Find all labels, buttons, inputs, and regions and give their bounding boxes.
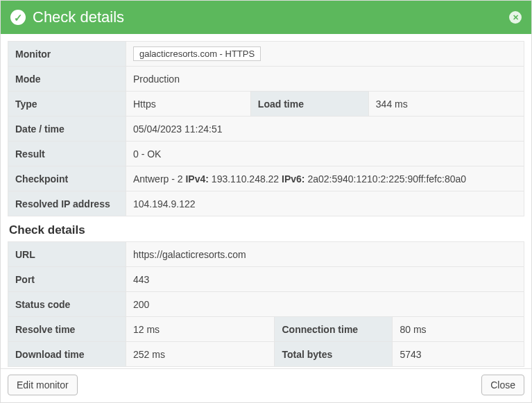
summary-table: Monitor galacticresorts.com - HTTPS Mode… bbox=[8, 41, 524, 216]
label-type: Type bbox=[8, 92, 126, 117]
value-result: 0 - OK bbox=[126, 142, 524, 166]
edit-monitor-button[interactable]: Edit monitor bbox=[8, 375, 78, 395]
label-port: Port bbox=[8, 267, 126, 292]
row-result: Result 0 - OK bbox=[8, 142, 524, 166]
row-url: URL https://galacticresorts.com bbox=[8, 242, 524, 267]
label-datetime: Date / time bbox=[8, 117, 126, 142]
value-loadtime: 344 ms bbox=[368, 92, 524, 117]
modal-footer: Edit monitor Close bbox=[1, 368, 531, 402]
row-type-loadtime: Type Https Load time 344 ms bbox=[8, 92, 524, 117]
ipv6-label: IPv6: bbox=[282, 173, 304, 185]
value-datetime: 05/04/2023 11:24:51 bbox=[126, 117, 524, 142]
row-mode: Mode Production bbox=[8, 67, 524, 92]
label-monitor: Monitor bbox=[8, 42, 126, 67]
label-result: Result bbox=[8, 142, 126, 166]
row-download-bytes: Download time 252 ms Total bytes 5743 bbox=[8, 342, 524, 367]
checkpoint-location: Antwerp - 2 bbox=[133, 173, 185, 185]
value-download: 252 ms bbox=[126, 342, 275, 367]
modal-header: ✓ Check details ✕ bbox=[1, 1, 531, 34]
row-status: Status code 200 bbox=[8, 292, 524, 317]
ipv4-label: IPv4: bbox=[185, 173, 208, 185]
value-conn: 80 ms bbox=[393, 317, 524, 342]
value-resolve: 12 ms bbox=[126, 317, 275, 342]
label-status: Status code bbox=[8, 292, 126, 317]
details-section-title: Check details bbox=[9, 223, 524, 237]
label-conn: Connection time bbox=[275, 317, 393, 342]
value-status: 200 bbox=[126, 292, 524, 317]
value-resolvedip: 104.194.9.122 bbox=[126, 191, 524, 216]
label-checkpoint: Checkpoint bbox=[8, 166, 126, 191]
row-checkpoint: Checkpoint Antwerp - 2 IPv4: 193.110.248… bbox=[8, 166, 524, 191]
value-mode: Production bbox=[126, 67, 524, 92]
close-icon[interactable]: ✕ bbox=[509, 11, 522, 24]
modal-body: Monitor galacticresorts.com - HTTPS Mode… bbox=[1, 34, 531, 368]
ipv4-value: 193.110.248.22 bbox=[209, 173, 282, 185]
check-circle-icon: ✓ bbox=[10, 10, 26, 25]
value-type: Https bbox=[126, 92, 251, 117]
label-resolvedip: Resolved IP address bbox=[8, 191, 126, 216]
row-resolve-conn: Resolve time 12 ms Connection time 80 ms bbox=[8, 317, 524, 342]
row-resolvedip: Resolved IP address 104.194.9.122 bbox=[8, 191, 524, 216]
label-resolve: Resolve time bbox=[8, 317, 126, 342]
modal-title: Check details bbox=[33, 8, 509, 26]
check-details-modal: ✓ Check details ✕ Monitor galacticresort… bbox=[0, 0, 532, 403]
label-mode: Mode bbox=[8, 67, 126, 92]
label-download: Download time bbox=[8, 342, 126, 367]
value-bytes: 5743 bbox=[393, 342, 524, 367]
value-url: https://galacticresorts.com bbox=[126, 242, 524, 267]
label-loadtime: Load time bbox=[250, 92, 368, 117]
value-checkpoint: Antwerp - 2 IPv4: 193.110.248.22 IPv6: 2… bbox=[126, 166, 524, 191]
details-table: URL https://galacticresorts.com Port 443… bbox=[8, 241, 524, 367]
row-port: Port 443 bbox=[8, 267, 524, 292]
label-bytes: Total bytes bbox=[275, 342, 393, 367]
close-button[interactable]: Close bbox=[481, 375, 524, 395]
row-monitor: Monitor galacticresorts.com - HTTPS bbox=[8, 42, 524, 67]
ipv6-value: 2a02:5940:1210:2:225:90ff:fefc:80a0 bbox=[305, 173, 467, 185]
value-monitor: galacticresorts.com - HTTPS bbox=[126, 42, 524, 67]
value-port: 443 bbox=[126, 267, 524, 292]
label-url: URL bbox=[8, 242, 126, 267]
monitor-tag[interactable]: galacticresorts.com - HTTPS bbox=[133, 46, 261, 61]
row-datetime: Date / time 05/04/2023 11:24:51 bbox=[8, 117, 524, 142]
